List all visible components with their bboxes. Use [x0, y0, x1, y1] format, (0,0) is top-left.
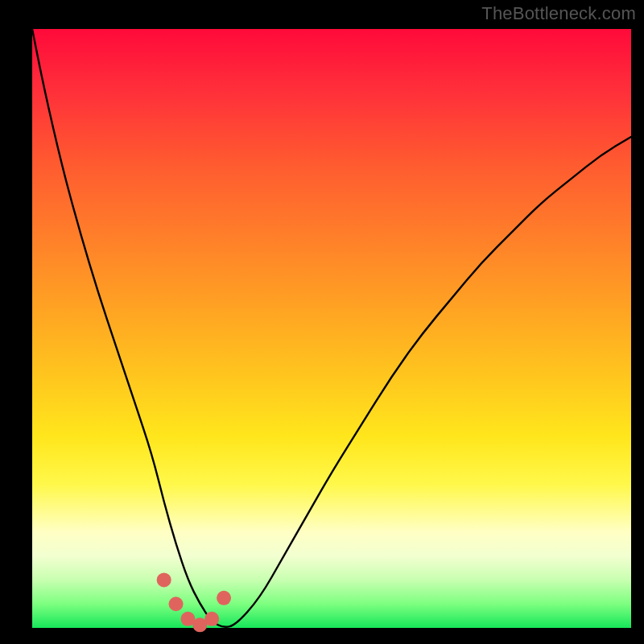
chart-canvas: TheBottleneck.com	[0, 0, 644, 644]
curve-marker	[169, 597, 184, 611]
plot-area	[32, 29, 631, 628]
curve-marker	[204, 612, 219, 626]
curve-marker	[157, 572, 171, 587]
watermark-text: TheBottleneck.com	[481, 3, 636, 24]
curve-marker	[217, 591, 231, 605]
curve-marker-group	[157, 572, 231, 632]
chart-svg	[32, 29, 631, 628]
bottleneck-curve	[32, 29, 631, 627]
